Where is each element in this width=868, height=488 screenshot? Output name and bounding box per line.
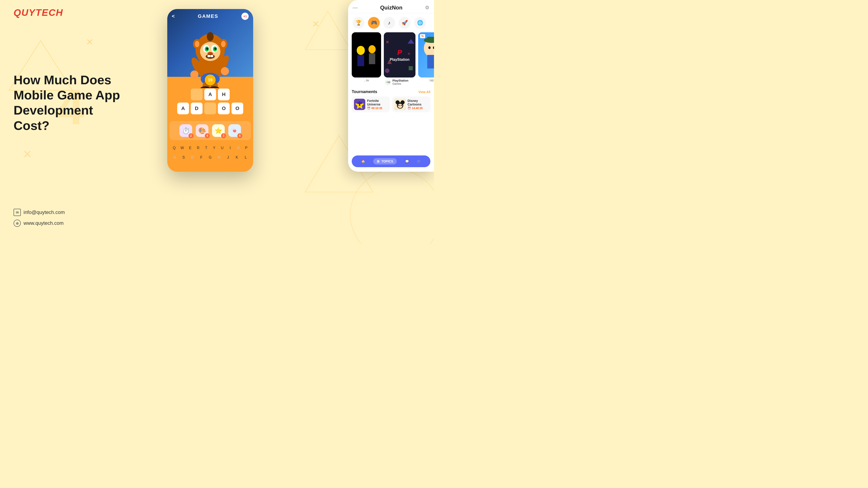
fortnite-thumb (354, 99, 365, 110)
word-row-1: A H (172, 89, 249, 100)
key-l[interactable]: L (242, 154, 250, 161)
nav-topics[interactable]: ⊞ TOPICS (373, 158, 397, 164)
disney-thumb (395, 99, 406, 110)
svg-point-53 (428, 46, 431, 49)
game-header-area: < GAMES ♥ 3 (167, 9, 253, 77)
disney-name: Disney (408, 99, 423, 103)
cat-icon-game[interactable]: 🎮 (368, 17, 380, 29)
card-add-btn-ps[interactable]: + (408, 34, 414, 40)
svg-point-62 (396, 100, 400, 104)
heart-count: 3 (245, 15, 247, 18)
keyboard-row-1: Q W E R T Y U I O P (171, 144, 250, 152)
fighting-game-art (352, 32, 381, 77)
game-card-fighting: + (352, 32, 381, 77)
tournaments-section: Tournaments View All Fortnite Universe (348, 87, 434, 115)
game-cards-row: + + ✕ ✕ (348, 32, 434, 77)
svg-point-68 (401, 105, 402, 106)
cat-icon-rocket[interactable]: 🚀 (399, 17, 410, 29)
score-badge: 19 (205, 74, 216, 86)
key-u[interactable]: U (219, 144, 225, 152)
card-label-ps-rating: ✓69 PlayStation Games (384, 79, 415, 86)
key-j[interactable]: J (224, 154, 232, 161)
powerup-count-4: 4 (205, 133, 210, 138)
nav-chat[interactable]: 💬 (405, 160, 409, 163)
cartoon-character (418, 32, 434, 77)
section-header: Tournaments View All (352, 90, 430, 94)
disney-info: Disney Cartoons ⏰ 14:40:35 (408, 99, 423, 110)
cat-icon-globe[interactable]: 🌐 (414, 17, 426, 29)
category-row: 🏆 🎮 ♪ 🚀 🌐 (348, 13, 434, 32)
svg-point-38 (357, 46, 365, 55)
view-all-button[interactable]: View All (418, 90, 430, 94)
tournament-card-fortnite[interactable]: Fortnite Universe ⏰ 00:10:35 (352, 96, 390, 112)
game-nav-bar: < GAMES ♥ 3 (167, 9, 253, 24)
svg-rect-21 (208, 55, 210, 57)
key-k[interactable]: K (233, 154, 241, 161)
topics-label: TOPICS (381, 160, 393, 163)
email-text: info@quytech.com (24, 209, 65, 215)
svg-text:✕: ✕ (86, 37, 94, 47)
powerup-candy[interactable]: 🍬 6 (228, 124, 241, 137)
nav-cart[interactable]: 🛒 (417, 160, 421, 163)
chat-icon: 💬 (405, 160, 409, 163)
logo: QUYTECH (13, 7, 63, 18)
disney-cartoons: Cartoons (408, 103, 423, 106)
powerup-paint[interactable]: 🎨 4 (196, 124, 209, 137)
cat-icon-music[interactable]: ♪ (383, 17, 395, 29)
game-title: GAMES (198, 13, 218, 19)
contact-info: ✉ info@quytech.com ⊕ www.quytech.com (13, 209, 65, 230)
email-icon: ✉ (13, 209, 21, 216)
key-r[interactable]: R (195, 144, 202, 152)
settings-icon[interactable]: ⚙ (425, 5, 430, 11)
clock-icon-1: ⏰ (367, 107, 370, 110)
main-heading: How Much Does Mobile Game App Developmen… (13, 72, 122, 133)
powerups-row: ⏱️ 2 🎨 4 ⭐ 3 🍬 6 (169, 121, 251, 140)
fortnite-universe: Universe (367, 103, 382, 106)
quiz-phone-mockup: — QuizNon ⚙ 🏆 🎮 ♪ 🚀 🌐 + + (348, 0, 434, 172)
page-title: How Much Does Mobile Game App Developmen… (13, 72, 122, 133)
powerup-icon-timer: ⏱️ (182, 127, 190, 134)
key-w[interactable]: W (179, 144, 185, 152)
key-p[interactable]: P (243, 144, 250, 152)
globe-icon: ⊕ (13, 220, 21, 227)
keyboard-row-2: A S D F G H J K L (171, 154, 250, 161)
powerup-icon-candy: 🍬 (231, 127, 239, 134)
key-f[interactable]: F (197, 154, 205, 161)
card-label-3: %0 (418, 79, 434, 86)
svg-marker-7 (305, 11, 350, 50)
letter-tile-o2: O (231, 103, 243, 114)
ps-card-sublabel: Games (393, 82, 408, 86)
home-icon: 🏠 (361, 160, 365, 163)
email-item: ✉ info@quytech.com (13, 209, 65, 216)
key-s[interactable]: S (180, 154, 187, 161)
letter-tile-empty (204, 103, 216, 114)
key-g[interactable]: G (206, 154, 214, 161)
letter-tile-o1: O (218, 103, 230, 114)
powerup-timer[interactable]: ⏱️ 2 (180, 124, 192, 137)
key-a[interactable]: A (171, 154, 178, 161)
website-item: ⊕ www.quytech.com (13, 220, 65, 227)
letter-tile-a: A (204, 89, 216, 100)
header: QUYTECH (13, 7, 63, 18)
key-q[interactable]: Q (171, 144, 178, 152)
game-card-playstation[interactable]: + ✕ ✕ P PlayStation (384, 32, 415, 77)
key-y[interactable]: Y (211, 144, 217, 152)
key-o[interactable]: O (235, 144, 241, 152)
quiz-header: — QuizNon ⚙ (348, 0, 434, 13)
key-i[interactable]: I (227, 144, 234, 152)
cat-icon-trophy[interactable]: 🏆 (352, 17, 364, 29)
svg-point-18 (214, 48, 217, 50)
key-t[interactable]: T (203, 144, 210, 152)
tournament-card-disney[interactable]: Disney Cartoons ⏰ 14:40:35 (392, 96, 430, 112)
svg-point-17 (206, 48, 209, 50)
svg-point-30 (190, 70, 198, 78)
powerup-count-6: 6 (237, 133, 242, 138)
back-button[interactable]: < (172, 13, 175, 19)
nav-home[interactable]: 🏠 (361, 160, 365, 163)
key-h2[interactable]: H (215, 154, 223, 161)
ps-brand-name: PlayStation (390, 58, 409, 62)
key-e[interactable]: E (187, 144, 193, 152)
svg-point-26 (221, 41, 225, 47)
powerup-star[interactable]: ⭐ 3 (212, 124, 225, 137)
key-d2[interactable]: D (189, 154, 196, 161)
